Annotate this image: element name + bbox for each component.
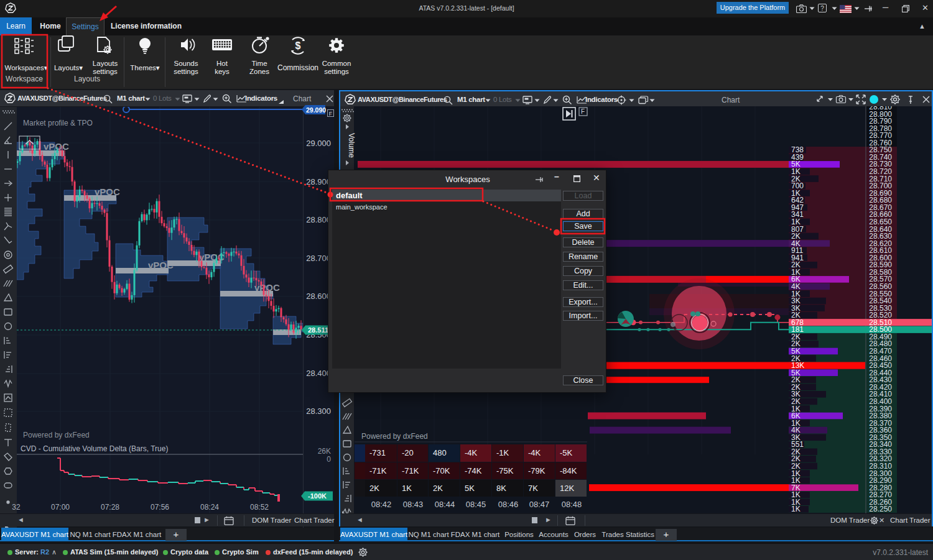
svg-text:08:48: 08:48 xyxy=(562,500,582,509)
svg-text:-74K: -74K xyxy=(465,466,482,475)
svg-text:1K: 1K xyxy=(791,505,801,513)
svg-text:CVD - Cumulative Volume Delta: CVD - Cumulative Volume Delta (Bars, Tru… xyxy=(21,444,168,453)
svg-text:-100K: -100K xyxy=(308,492,327,500)
svg-text:Volume: Volume xyxy=(347,133,356,158)
svg-text:29.090: 29.090 xyxy=(306,106,326,114)
svg-text:-4K: -4K xyxy=(465,448,478,457)
svg-text:-70K: -70K xyxy=(433,466,450,475)
svg-text:-71K: -71K xyxy=(369,466,387,475)
svg-text:-20: -20 xyxy=(402,448,414,457)
svg-text:Market profile & TPO: Market profile & TPO xyxy=(23,119,93,127)
svg-text:-79K: -79K xyxy=(528,466,545,475)
svg-text:vPOC: vPOC xyxy=(254,282,280,293)
svg-text:08:47: 08:47 xyxy=(529,500,550,509)
svg-text:vPOC: vPOC xyxy=(95,186,120,197)
svg-text:-4K: -4K xyxy=(528,448,541,457)
svg-text:7K: 7K xyxy=(528,484,538,493)
svg-text:-5K: -5K xyxy=(560,448,573,457)
svg-text:28.511: 28.511 xyxy=(308,326,328,334)
svg-text:480: 480 xyxy=(433,448,447,457)
svg-text:08:43: 08:43 xyxy=(403,500,424,509)
svg-text:2K: 2K xyxy=(369,484,379,493)
svg-text:1K: 1K xyxy=(402,484,412,493)
svg-text:-84K: -84K xyxy=(560,466,577,475)
svg-text:-731: -731 xyxy=(369,448,386,457)
svg-text:-71K: -71K xyxy=(402,466,419,475)
svg-text:F: F xyxy=(581,108,585,115)
svg-text:Powered by dxFeed: Powered by dxFeed xyxy=(361,432,428,441)
svg-text:-75K: -75K xyxy=(496,466,514,475)
svg-text:08:45: 08:45 xyxy=(466,500,486,509)
svg-text:08:44: 08:44 xyxy=(435,500,455,509)
svg-text:8K: 8K xyxy=(496,484,506,493)
svg-text:-1K: -1K xyxy=(496,448,509,457)
svg-text:Powered by dxFeed: Powered by dxFeed xyxy=(23,431,90,439)
svg-text:$: $ xyxy=(295,40,301,51)
svg-text:28.250: 28.250 xyxy=(869,505,892,513)
svg-text:08:42: 08:42 xyxy=(371,500,392,509)
svg-text:08:46: 08:46 xyxy=(498,500,519,509)
svg-text:2K: 2K xyxy=(433,484,443,493)
svg-text:5K: 5K xyxy=(465,484,475,493)
svg-text:12K: 12K xyxy=(560,484,574,493)
